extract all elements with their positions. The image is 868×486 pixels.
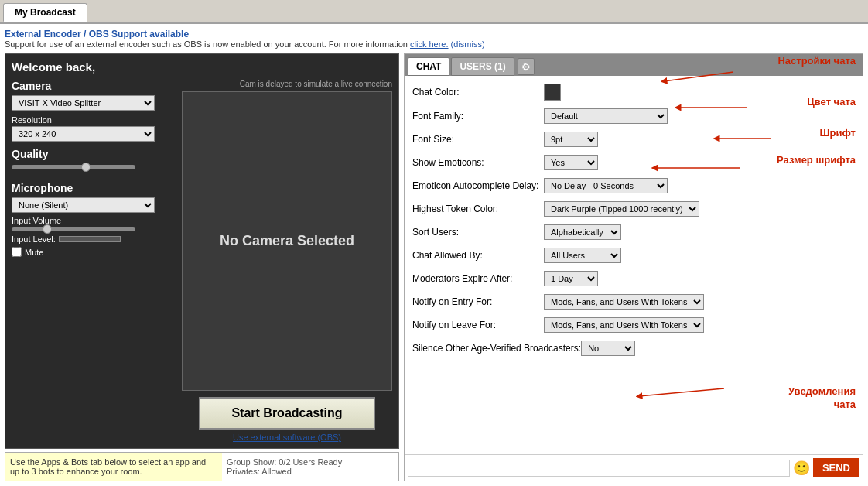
notify-leave-select[interactable]: Mods, Fans, and Users With Tokens Everyo… [544, 317, 704, 333]
chat-tabs: CHAT USERS (1) ⚙ [405, 54, 863, 76]
resolution-select[interactable]: 320 x 240 640 x 480 1280 x 720 [12, 126, 155, 142]
dismiss-link[interactable]: (dismiss) [451, 39, 485, 49]
chat-panel: CHAT USERS (1) ⚙ Chat Color: Fon [404, 53, 863, 481]
group-show-text: Group Show: 0/2 Users Ready [227, 457, 342, 467]
left-panel: Welcome back, Camera VISIT-X Video Split… [5, 53, 399, 481]
font-size-select[interactable]: 9pt 10pt 11pt 12pt [544, 132, 598, 147]
my-broadcast-tab[interactable]: My Broadcast [3, 3, 87, 22]
mute-label: Mute [25, 248, 43, 257]
quality-label: Quality [12, 148, 174, 160]
chat-input-row: 🙂 SEND [405, 454, 863, 481]
chat-input[interactable] [408, 460, 790, 477]
resolution-label: Resolution [12, 115, 174, 125]
bottom-info: Use the Apps & Bots tab below to select … [5, 452, 399, 481]
chat-color-row: Chat Color: [412, 84, 855, 101]
sort-users-row: Sort Users: Alphabetically By Tokens By … [412, 224, 855, 240]
show-emoticons-label: Show Emoticons: [412, 157, 544, 168]
mods-expire-row: Moderators Expire After: 1 Day 1 Week Ne… [412, 271, 855, 286]
camera-label: Camera [12, 80, 174, 92]
autocomplete-delay-row: Emoticon Autocomplete Delay: No Delay - … [412, 178, 855, 193]
sort-users-label: Sort Users: [412, 227, 544, 238]
banner-desc-text: Support for use of an external encoder s… [5, 39, 408, 49]
mute-checkbox[interactable] [12, 247, 22, 257]
chat-gear-icon[interactable]: ⚙ [518, 58, 535, 75]
input-level-row: Input Level: [12, 234, 174, 244]
welcome-text: Welcome back, [12, 60, 392, 74]
chat-allowed-select[interactable]: All Users Fans Only Mods Only [544, 248, 621, 263]
font-family-label: Font Family: [412, 111, 544, 122]
camera-select[interactable]: VISIT-X Video Splitter [12, 95, 155, 111]
banner-title: External Encoder / OBS Support available [5, 29, 863, 39]
start-broadcasting-button[interactable]: Start Broadcasting [199, 397, 374, 430]
click-here-link[interactable]: click here. [410, 39, 449, 49]
font-family-row: Font Family: Default Arial Times New Rom… [412, 108, 855, 124]
users-tab[interactable]: USERS (1) [451, 57, 514, 76]
content-area: External Encoder / OBS Support available… [0, 24, 868, 486]
notify-entry-label: Notify on Entry For: [412, 296, 544, 307]
silence-select[interactable]: No Yes [581, 341, 635, 356]
chat-color-swatch[interactable] [544, 84, 561, 101]
autocomplete-delay-label: Emoticon Autocomplete Delay: [412, 180, 544, 191]
show-emoticons-row: Show Emoticons: Yes No [412, 155, 855, 170]
font-size-row: Font Size: 9pt 10pt 11pt 12pt [412, 132, 855, 147]
input-level-label: Input Level: [12, 234, 56, 244]
chat-settings: Chat Color: Font Family: Default Arial T… [405, 76, 863, 454]
chat-allowed-label: Chat Allowed By: [412, 250, 544, 261]
mods-expire-label: Moderators Expire After: [412, 273, 544, 284]
microphone-label: Microphone [12, 182, 174, 194]
volume-slider-track [12, 227, 135, 231]
no-camera-text: No Camera Selected [220, 233, 354, 249]
token-color-select[interactable]: Dark Purple (Tipped 1000 recently) Purpl… [544, 201, 699, 217]
token-color-label: Highest Token Color: [412, 204, 544, 214]
notify-entry-row: Notify on Entry For: Mods, Fans, and Use… [412, 294, 855, 310]
info-banner: External Encoder / OBS Support available… [5, 29, 863, 49]
privates-text: Privates: Allowed [227, 467, 342, 476]
cam-micro-row: Camera VISIT-X Video Splitter Resolution… [12, 80, 392, 442]
no-camera-box: No Camera Selected [182, 91, 392, 391]
start-btn-area: Start Broadcasting Use external software… [182, 397, 392, 442]
quality-slider-thumb[interactable] [81, 163, 91, 172]
main-split: Welcome back, Camera VISIT-X Video Split… [5, 53, 863, 481]
silence-row: Silence Other Age-Verified Broadcasters:… [412, 341, 855, 356]
silence-label: Silence Other Age-Verified Broadcasters: [412, 343, 581, 354]
right-wrapper: CHAT USERS (1) ⚙ Chat Color: Fon [404, 53, 863, 481]
token-color-row: Highest Token Color: Dark Purple (Tipped… [412, 201, 855, 217]
group-info: Group Show: 0/2 Users Ready Privates: Al… [222, 453, 347, 481]
show-emoticons-select[interactable]: Yes No [544, 155, 598, 170]
camera-section: Camera VISIT-X Video Splitter Resolution… [12, 80, 174, 442]
tab-bar: My Broadcast [0, 0, 868, 24]
send-button[interactable]: SEND [813, 458, 859, 477]
cam-delayed-text: Cam is delayed to simulate a live connec… [182, 80, 392, 88]
volume-slider-thumb[interactable] [43, 224, 52, 234]
mute-row: Mute [12, 247, 174, 257]
camera-preview: Cam is delayed to simulate a live connec… [182, 80, 392, 442]
notify-leave-row: Notify on Leave For: Mods, Fans, and Use… [412, 317, 855, 333]
obs-link[interactable]: Use external software (OBS) [233, 433, 341, 442]
banner-desc: Support for use of an external encoder s… [5, 39, 863, 49]
notify-leave-label: Notify on Leave For: [412, 320, 544, 330]
font-size-label: Font Size: [412, 134, 544, 145]
emoji-button[interactable]: 🙂 [793, 460, 810, 477]
broadcast-box: Welcome back, Camera VISIT-X Video Split… [5, 53, 399, 449]
notify-entry-select[interactable]: Mods, Fans, and Users With Tokens Everyo… [544, 294, 704, 310]
quality-slider-track [12, 165, 135, 169]
microphone-select[interactable]: None (Silent) Default Microphone [12, 197, 155, 213]
mods-expire-select[interactable]: 1 Day 1 Week Never [544, 271, 598, 286]
level-bar [59, 236, 121, 242]
chat-color-label: Chat Color: [412, 87, 544, 98]
font-family-select[interactable]: Default Arial Times New Roman Courier [544, 108, 668, 124]
apps-hint: Use the Apps & Bots tab below to select … [5, 453, 222, 481]
sort-users-select[interactable]: Alphabetically By Tokens By Time [544, 224, 621, 240]
chat-allowed-row: Chat Allowed By: All Users Fans Only Mod… [412, 248, 855, 263]
chat-tab[interactable]: CHAT [408, 57, 449, 76]
input-volume-label: Input Volume [12, 216, 174, 225]
autocomplete-delay-select[interactable]: No Delay - 0 Seconds 1 Second 2 Seconds … [544, 178, 668, 193]
